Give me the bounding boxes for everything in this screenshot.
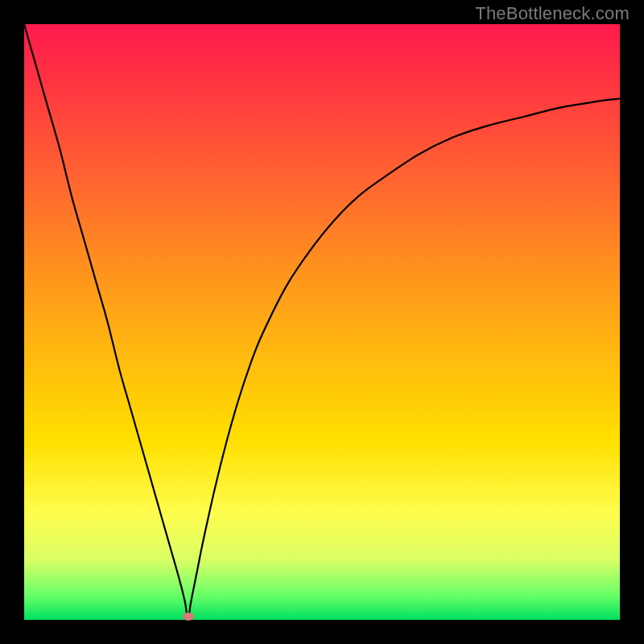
minimum-marker [183, 613, 194, 621]
chart-frame: TheBottleneck.com [0, 0, 644, 644]
bottleneck-curve [24, 24, 620, 620]
watermark-text: TheBottleneck.com [475, 3, 630, 24]
plot-area [24, 24, 620, 620]
